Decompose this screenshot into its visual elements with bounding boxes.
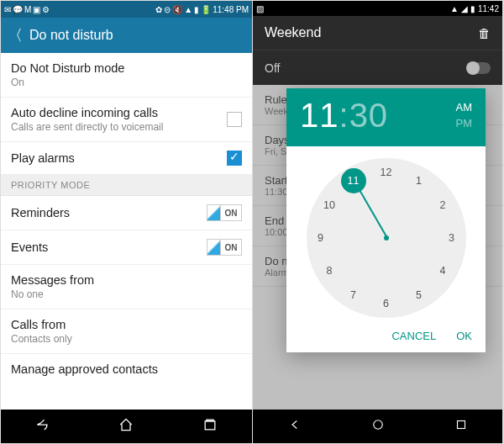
svg-rect-0 — [205, 421, 215, 430]
svg-rect-1 — [207, 420, 213, 421]
ok-button[interactable]: OK — [456, 330, 472, 342]
clock-number[interactable]: 3 — [442, 228, 462, 248]
app-bar: 〈 Do not disturb — [1, 18, 252, 53]
screenshot-icon: ▧ — [256, 4, 264, 13]
clock-number[interactable]: 5 — [409, 285, 429, 305]
back-icon[interactable]: 〈 — [8, 25, 23, 45]
page-title: Do not disturb — [29, 28, 113, 43]
nav-home-icon[interactable] — [370, 417, 386, 436]
row-messages-from[interactable]: Messages from No one — [1, 265, 252, 309]
page-title: Weekend — [265, 25, 321, 40]
ampm-pm[interactable]: PM — [456, 116, 473, 131]
content-area: Rule nWeekeDaysFri, SatStart ti11:30End … — [253, 85, 502, 410]
clock-number[interactable]: 12 — [376, 162, 396, 182]
app-bar: Weekend 🗑 — [253, 16, 502, 50]
clock-number[interactable]: 10 — [319, 195, 339, 215]
time-picker-dialog: 11:30 AM PM 121234567891011 CANCEL OK — [286, 88, 486, 352]
checkbox-play-alarms[interactable] — [227, 151, 242, 166]
status-bar: ▧ ▲◢▮ 11:42 — [253, 1, 502, 16]
switch-events[interactable]: ON — [207, 239, 242, 256]
ampm-am[interactable]: AM — [456, 100, 473, 115]
nav-back-icon[interactable] — [34, 416, 51, 436]
clock-number[interactable]: 9 — [311, 228, 331, 248]
status-time: 11:48 PM — [213, 5, 249, 14]
status-bar: ✉💬M▣⚙ ✿⊝🔇▲▮🔋 11:48 PM — [1, 1, 252, 18]
row-events[interactable]: Events ON — [1, 230, 252, 265]
row-auto-decline[interactable]: Auto decline incoming calls Calls are se… — [1, 98, 252, 142]
row-calls-from[interactable]: Calls from Contacts only — [1, 309, 252, 354]
nav-home-icon[interactable] — [118, 416, 134, 436]
settings-list[interactable]: Do Not Disturb mode On Auto decline inco… — [1, 53, 252, 410]
section-header-priority: PRIORITY MODE — [1, 175, 252, 196]
row-dnd-mode[interactable]: Do Not Disturb mode On — [1, 53, 252, 98]
phone-htc-dnd: ✉💬M▣⚙ ✿⊝🔇▲▮🔋 11:48 PM 〈 Do not disturb D… — [1, 1, 253, 443]
rule-enable-label: Off — [265, 61, 280, 75]
clock-number[interactable]: 6 — [376, 293, 396, 314]
status-time: 11:42 — [478, 4, 499, 13]
clock-number[interactable]: 1 — [409, 171, 429, 191]
nav-recent-icon[interactable] — [202, 416, 218, 436]
switch-rule-enable[interactable] — [467, 62, 491, 74]
cancel-button[interactable]: CANCEL — [391, 330, 436, 342]
battery-icon: ▮ — [470, 4, 475, 13]
clock-number[interactable]: 4 — [433, 261, 453, 281]
clock-number[interactable]: 7 — [344, 285, 364, 305]
row-reminders[interactable]: Reminders ON — [1, 196, 252, 230]
time-hour[interactable]: 11 — [300, 97, 339, 134]
time-minute[interactable]: 30 — [349, 97, 389, 134]
nav-bar — [1, 410, 252, 443]
clock-hand — [359, 190, 387, 238]
phone-android-timepicker: ▧ ▲◢▮ 11:42 Weekend 🗑 Off Rule nWeekeDay… — [253, 1, 503, 443]
clock-number[interactable]: 2 — [433, 195, 453, 215]
checkbox-auto-decline[interactable] — [227, 112, 242, 127]
row-manage-contacts[interactable]: Manage approved contacts — [1, 354, 252, 384]
switch-reminders[interactable]: ON — [207, 204, 242, 221]
nav-back-icon[interactable] — [287, 417, 302, 436]
svg-rect-3 — [457, 421, 465, 429]
delete-icon[interactable]: 🗑 — [478, 26, 491, 40]
svg-point-2 — [373, 420, 382, 430]
rule-enable-row[interactable]: Off — [253, 50, 502, 85]
nav-bar — [253, 410, 502, 443]
nav-recent-icon[interactable] — [454, 417, 469, 436]
clock-number[interactable]: 8 — [319, 261, 339, 281]
time-picker-header: 11:30 AM PM — [286, 88, 486, 146]
row-play-alarms[interactable]: Play alarms — [1, 142, 252, 175]
clock-face[interactable]: 121234567891011 — [307, 158, 466, 318]
clock-selected-hour[interactable]: 11 — [341, 168, 366, 193]
